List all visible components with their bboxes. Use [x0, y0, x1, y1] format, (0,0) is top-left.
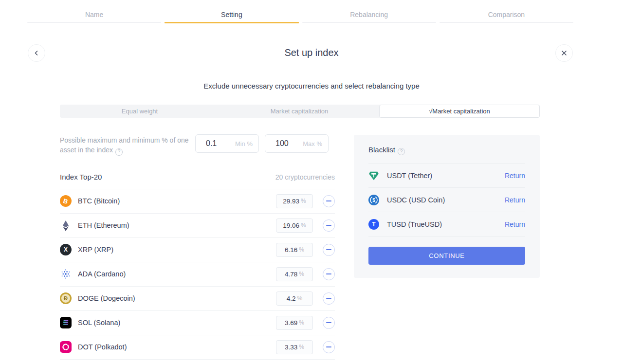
coin-label: XRP (XRP) [78, 246, 113, 254]
minus-icon [326, 273, 331, 274]
remove-coin-button[interactable] [323, 195, 335, 207]
option-equal-weight[interactable]: Equal weight [60, 105, 220, 118]
blacklist-row: T TUSD (TrueUSD) Return [368, 212, 525, 237]
table-row: X XRP (XRP) 6.16% [60, 238, 335, 262]
help-icon[interactable]: ? [398, 148, 405, 155]
blacklist-row: USDT (Tether) Return [368, 164, 525, 188]
weight-type-segmented-control: Equal weight Market capitalization √Mark… [60, 105, 540, 118]
minus-icon [326, 225, 331, 226]
tab-name[interactable]: Name [27, 0, 161, 23]
coin-label: USDC (USD Coin) [387, 196, 445, 204]
limits-row: Possible maximum and minimum % of one as… [60, 134, 335, 156]
weight-input[interactable]: 29.93% [276, 194, 313, 208]
option-market-capitalization[interactable]: Market capitalization [220, 105, 379, 118]
blacklist-header: Blacklist? [368, 146, 525, 155]
weight-input[interactable]: 19.06% [276, 218, 313, 233]
blacklist-panel: Blacklist? USDT (Tether) Return $ USDC (… [354, 135, 540, 278]
index-list-title: Index Top-20 [60, 173, 102, 181]
usdc-icon: $ [368, 195, 379, 205]
tab-underline [302, 22, 436, 23]
close-button[interactable] [555, 44, 573, 62]
remove-coin-button[interactable] [323, 341, 335, 353]
table-row: B BTC (Bitcoin) 29.93% [60, 189, 335, 214]
btc-icon: B [60, 195, 72, 207]
remove-coin-button[interactable] [323, 317, 335, 329]
usdt-icon [368, 170, 379, 181]
index-list-count: 20 cryptocurrencies [275, 173, 335, 181]
minus-icon [326, 346, 331, 347]
return-link[interactable]: Return [505, 172, 525, 180]
max-percent-hint: Max % [303, 140, 322, 147]
blacklist-row: $ USDC (USD Coin) Return [368, 188, 525, 212]
table-row: DOT (Polkadot) 3.33% [60, 335, 335, 360]
coin-label: USDT (Tether) [387, 172, 432, 180]
min-percent-input[interactable]: 0.1 Min % [195, 134, 259, 153]
index-list-header: Index Top-20 20 cryptocurrencies [60, 173, 335, 181]
xrp-icon: X [60, 244, 72, 255]
svg-text:T: T [372, 221, 376, 228]
remove-coin-button[interactable] [323, 219, 335, 232]
coin-label: DOT (Polkadot) [78, 343, 127, 351]
table-row-partial [60, 360, 335, 364]
step-tabs: Name Setting Rebalancing Comparison [27, 0, 573, 23]
return-link[interactable]: Return [505, 220, 525, 228]
minus-icon [326, 322, 331, 323]
index-settings-column: Possible maximum and minimum % of one as… [60, 134, 335, 364]
table-row: ETH (Ethereum) 19.06% [60, 214, 335, 238]
table-row: SOL (Solana) 3.69% [60, 311, 335, 335]
page-subtitle: Exclude unnecessary cryptocurrencies and… [0, 82, 623, 90]
max-percent-value: 100 [275, 139, 289, 148]
tab-underline [27, 22, 161, 23]
coin-label: ADA (Cardano) [78, 270, 126, 278]
minus-icon [326, 298, 331, 299]
coin-label: ETH (Ethereum) [78, 221, 129, 229]
min-percent-value: 0.1 [206, 139, 217, 148]
help-icon[interactable]: ? [115, 148, 123, 156]
ada-icon [60, 268, 72, 280]
weight-input[interactable]: 4.78% [276, 267, 313, 281]
option-sqrt-market-capitalization[interactable]: √Market capitalization [379, 105, 540, 118]
page-title: Set up index [0, 47, 623, 58]
coin-label: SOL (Solana) [78, 319, 120, 327]
coin-label: TUSD (TrueUSD) [387, 220, 442, 228]
tab-rebalancing-label: Rebalancing [302, 11, 436, 18]
tab-comparison-label: Comparison [440, 11, 573, 18]
return-link[interactable]: Return [505, 196, 525, 204]
weight-input[interactable]: 3.33% [276, 340, 313, 354]
min-percent-hint: Min % [235, 140, 253, 147]
tab-name-label: Name [27, 11, 161, 18]
remove-coin-button[interactable] [323, 268, 335, 280]
weight-input[interactable]: 4.2% [276, 291, 313, 306]
coin-label: BTC (Bitcoin) [78, 197, 120, 205]
continue-button[interactable]: CONTINUE [368, 247, 525, 265]
coin-label: DOGE (Dogecoin) [78, 294, 135, 302]
remove-coin-button[interactable] [323, 244, 335, 256]
remove-coin-button[interactable] [323, 292, 335, 305]
tab-setting[interactable]: Setting [165, 0, 298, 23]
tab-rebalancing[interactable]: Rebalancing [302, 0, 436, 23]
eth-icon [60, 219, 72, 231]
max-percent-input[interactable]: 100 Max % [265, 134, 329, 153]
tab-underline-active [165, 22, 298, 23]
tusd-icon: T [368, 219, 379, 230]
limits-description: Possible maximum and minimum % of one as… [60, 134, 195, 156]
minus-icon [326, 249, 331, 250]
close-icon [561, 50, 567, 56]
doge-icon: Ð [60, 292, 72, 304]
table-row: Ð DOGE (Dogecoin) 4.2% [60, 287, 335, 311]
table-row: ADA (Cardano) 4.78% [60, 262, 335, 287]
svg-text:$: $ [372, 197, 375, 202]
tab-underline [440, 22, 573, 23]
tab-setting-label: Setting [165, 11, 298, 18]
blacklist-title: Blacklist [368, 146, 395, 154]
weight-input[interactable]: 3.69% [276, 316, 313, 330]
sol-icon [60, 317, 72, 328]
dot-icon [60, 341, 72, 353]
weight-input[interactable]: 6.16% [276, 243, 313, 257]
tab-comparison[interactable]: Comparison [440, 0, 573, 23]
minus-icon [326, 200, 331, 201]
